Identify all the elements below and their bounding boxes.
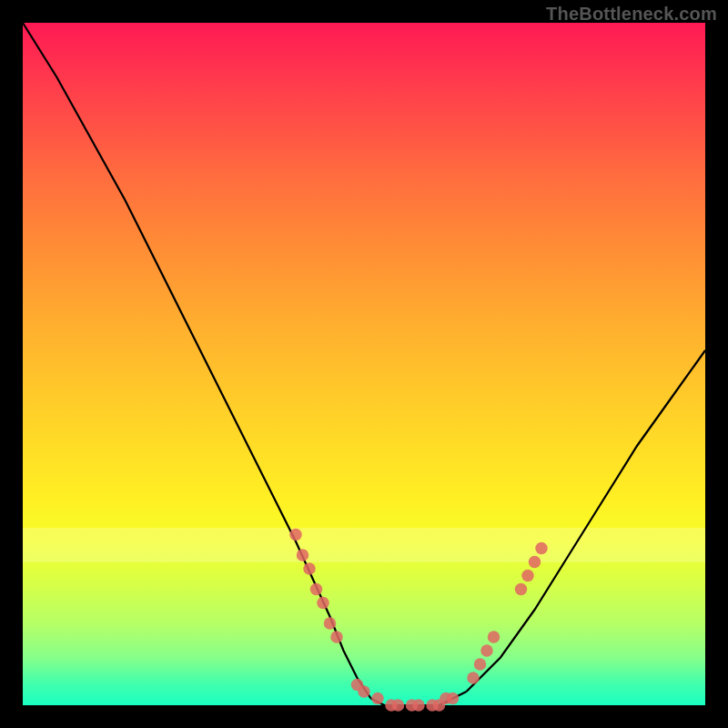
marker-dot	[521, 570, 534, 582]
marker-dot	[467, 672, 480, 684]
marker-dot	[515, 583, 528, 596]
marker-dot	[303, 562, 315, 575]
outer-frame: TheBottleneck.com	[0, 0, 728, 728]
watermark-text: TheBottleneck.com	[546, 4, 717, 25]
marker-dot	[297, 549, 308, 561]
marker-dot	[330, 631, 342, 643]
marker-dot	[358, 685, 369, 698]
marker-dot	[371, 693, 383, 705]
marker-dot	[324, 617, 336, 630]
curve-right-branch	[467, 350, 706, 692]
marker-dot	[392, 699, 404, 712]
plot-area	[23, 23, 705, 705]
marker-dot	[447, 693, 459, 705]
marker-dot	[412, 699, 424, 712]
marker-dot	[535, 542, 548, 555]
marker-dot	[480, 644, 493, 657]
marker-dot	[529, 556, 541, 569]
curve-left-branch	[23, 23, 371, 699]
curve-group	[23, 23, 705, 705]
marker-group	[289, 529, 548, 712]
marker-dot	[317, 597, 329, 610]
chart-svg	[23, 23, 705, 705]
marker-dot	[289, 529, 301, 541]
marker-dot	[310, 583, 322, 596]
marker-dot	[474, 658, 487, 671]
marker-dot	[488, 631, 500, 643]
